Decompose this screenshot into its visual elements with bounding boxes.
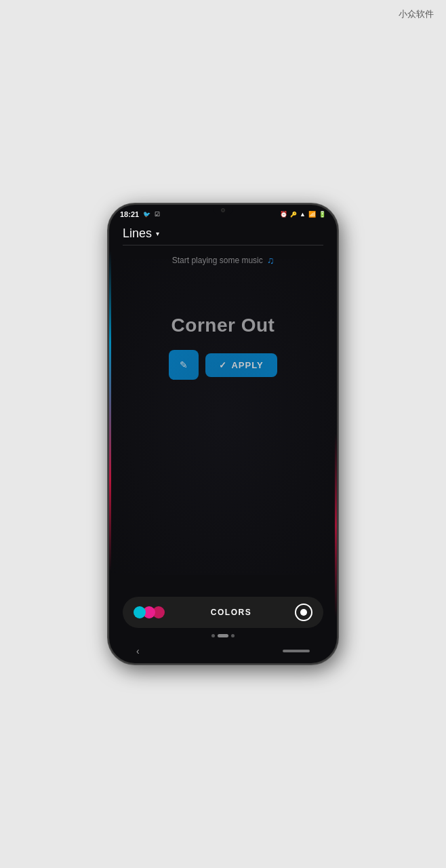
edit-icon: ✎	[180, 359, 188, 370]
twitter-icon: 🐦	[143, 211, 150, 218]
color-dots[interactable]	[134, 606, 165, 618]
key-icon: 🔑	[290, 212, 297, 218]
alarm-icon: ⏰	[280, 211, 287, 218]
bottom-bar[interactable]: COLORS	[123, 597, 323, 628]
apply-label: APPLY	[231, 360, 263, 370]
record-button[interactable]	[295, 604, 312, 621]
camera	[221, 208, 225, 212]
color-dot-1[interactable]	[134, 606, 146, 618]
edit-button[interactable]: ✎	[169, 350, 199, 380]
watermark: 小众软件	[399, 8, 434, 20]
nav-back-icon[interactable]: ‹	[136, 646, 140, 656]
check-square-icon: ☑	[155, 211, 160, 218]
app-header[interactable]: Lines ▾	[109, 221, 337, 243]
edge-glow-right	[335, 205, 337, 663]
page-dot-2	[218, 634, 228, 637]
page-dot-1	[211, 634, 215, 637]
phone-screen: 18:21 🐦 ☑ ⏰ 🔑 ▲ 📶 🔋 Lines ▾ Start playin…	[109, 205, 337, 663]
main-content: Corner Out ✎ ✓ APPLY	[109, 301, 337, 393]
nav-home-pill[interactable]	[283, 650, 310, 652]
nav-bar: ‹	[109, 639, 337, 663]
animation-name: Corner Out	[171, 315, 275, 336]
action-buttons: ✎ ✓ APPLY	[169, 350, 277, 380]
music-note-icon: ♫	[267, 255, 275, 266]
edge-glow-left	[109, 205, 111, 663]
status-left: 18:21 🐦 ☑	[120, 210, 160, 218]
battery-icon: 🔋	[319, 211, 326, 218]
apply-button[interactable]: ✓ APPLY	[205, 353, 277, 377]
colors-label: COLORS	[176, 608, 287, 617]
dropdown-arrow-icon: ▾	[156, 230, 159, 237]
app-title: Lines	[123, 226, 152, 241]
status-time: 18:21	[120, 210, 139, 218]
header-divider	[123, 245, 323, 245]
page-dot-3	[231, 634, 235, 637]
apply-check-icon: ✓	[219, 360, 227, 370]
wifi-icon: ▲	[300, 211, 306, 218]
record-button-inner	[300, 609, 307, 616]
pagination-dots	[109, 634, 337, 637]
music-prompt: Start playing some music ♫	[109, 247, 337, 274]
signal-icon: 📶	[308, 211, 316, 218]
status-right: ⏰ 🔑 ▲ 📶 🔋	[280, 211, 326, 218]
music-prompt-text: Start playing some music	[172, 256, 263, 265]
phone-device: 18:21 🐦 ☑ ⏰ 🔑 ▲ 📶 🔋 Lines ▾ Start playin…	[108, 203, 338, 665]
